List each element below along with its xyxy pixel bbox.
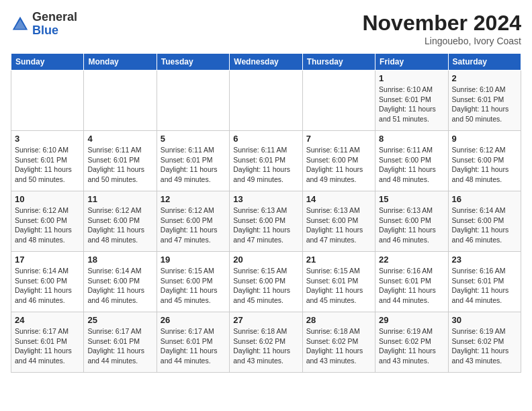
day-number: 19 bbox=[161, 255, 226, 265]
weekday-header-cell: Wednesday bbox=[230, 54, 302, 71]
calendar-week-row: 1Sunrise: 6:10 AM Sunset: 6:01 PM Daylig… bbox=[11, 71, 521, 131]
day-number: 10 bbox=[15, 194, 80, 204]
day-info: Sunrise: 6:12 AM Sunset: 6:00 PM Dayligh… bbox=[87, 205, 152, 245]
day-number: 22 bbox=[379, 255, 444, 265]
day-info: Sunrise: 6:11 AM Sunset: 6:00 PM Dayligh… bbox=[379, 145, 444, 185]
day-info: Sunrise: 6:17 AM Sunset: 6:01 PM Dayligh… bbox=[87, 326, 152, 366]
day-info: Sunrise: 6:10 AM Sunset: 6:01 PM Dayligh… bbox=[15, 145, 80, 185]
calendar-day-cell: 5Sunrise: 6:11 AM Sunset: 6:01 PM Daylig… bbox=[157, 131, 229, 191]
weekday-header-cell: Tuesday bbox=[157, 54, 229, 71]
weekday-header-row: SundayMondayTuesdayWednesdayThursdayFrid… bbox=[11, 54, 521, 71]
day-number: 28 bbox=[306, 315, 371, 325]
day-number: 26 bbox=[161, 315, 226, 325]
day-info: Sunrise: 6:11 AM Sunset: 6:00 PM Dayligh… bbox=[306, 145, 371, 185]
day-info: Sunrise: 6:18 AM Sunset: 6:02 PM Dayligh… bbox=[306, 326, 371, 366]
calendar-week-row: 3Sunrise: 6:10 AM Sunset: 6:01 PM Daylig… bbox=[11, 131, 521, 191]
calendar-week-row: 10Sunrise: 6:12 AM Sunset: 6:00 PM Dayli… bbox=[11, 191, 521, 252]
day-info: Sunrise: 6:19 AM Sunset: 6:02 PM Dayligh… bbox=[452, 326, 517, 366]
day-number: 7 bbox=[306, 134, 371, 144]
calendar-day-cell: 12Sunrise: 6:12 AM Sunset: 6:00 PM Dayli… bbox=[157, 191, 229, 252]
day-info: Sunrise: 6:17 AM Sunset: 6:01 PM Dayligh… bbox=[15, 326, 80, 366]
day-number: 2 bbox=[452, 73, 517, 83]
calendar-day-cell: 3Sunrise: 6:10 AM Sunset: 6:01 PM Daylig… bbox=[11, 131, 84, 191]
day-info: Sunrise: 6:14 AM Sunset: 6:00 PM Dayligh… bbox=[87, 266, 152, 306]
calendar-day-cell: 13Sunrise: 6:13 AM Sunset: 6:00 PM Dayli… bbox=[230, 191, 302, 252]
calendar-day-cell: 21Sunrise: 6:15 AM Sunset: 6:01 PM Dayli… bbox=[302, 252, 375, 312]
day-info: Sunrise: 6:16 AM Sunset: 6:01 PM Dayligh… bbox=[379, 266, 444, 306]
calendar-day-cell: 14Sunrise: 6:13 AM Sunset: 6:00 PM Dayli… bbox=[302, 191, 375, 252]
calendar-day-cell: 30Sunrise: 6:19 AM Sunset: 6:02 PM Dayli… bbox=[448, 312, 521, 373]
day-number: 4 bbox=[87, 134, 152, 144]
day-info: Sunrise: 6:18 AM Sunset: 6:02 PM Dayligh… bbox=[233, 326, 298, 366]
day-number: 5 bbox=[161, 134, 226, 144]
day-info: Sunrise: 6:15 AM Sunset: 6:00 PM Dayligh… bbox=[233, 266, 298, 306]
day-number: 12 bbox=[161, 194, 226, 204]
calendar-day-cell: 25Sunrise: 6:17 AM Sunset: 6:01 PM Dayli… bbox=[84, 312, 157, 373]
logo-blue: Blue bbox=[32, 24, 77, 38]
day-number: 16 bbox=[452, 194, 517, 204]
logo-text: General Blue bbox=[32, 11, 77, 38]
day-info: Sunrise: 6:12 AM Sunset: 6:00 PM Dayligh… bbox=[452, 145, 517, 185]
day-info: Sunrise: 6:14 AM Sunset: 6:00 PM Dayligh… bbox=[15, 266, 80, 306]
day-number: 27 bbox=[233, 315, 298, 325]
calendar-day-cell: 29Sunrise: 6:19 AM Sunset: 6:02 PM Dayli… bbox=[375, 312, 448, 373]
day-number: 14 bbox=[306, 194, 371, 204]
day-info: Sunrise: 6:13 AM Sunset: 6:00 PM Dayligh… bbox=[233, 205, 298, 245]
day-number: 24 bbox=[15, 315, 80, 325]
calendar-day-cell bbox=[157, 71, 229, 131]
calendar-day-cell: 1Sunrise: 6:10 AM Sunset: 6:01 PM Daylig… bbox=[375, 71, 448, 131]
calendar-day-cell: 11Sunrise: 6:12 AM Sunset: 6:00 PM Dayli… bbox=[84, 191, 157, 252]
day-info: Sunrise: 6:12 AM Sunset: 6:00 PM Dayligh… bbox=[161, 205, 226, 245]
calendar-day-cell: 18Sunrise: 6:14 AM Sunset: 6:00 PM Dayli… bbox=[84, 252, 157, 312]
weekday-header-cell: Friday bbox=[375, 54, 448, 71]
day-info: Sunrise: 6:10 AM Sunset: 6:01 PM Dayligh… bbox=[452, 85, 517, 124]
day-info: Sunrise: 6:11 AM Sunset: 6:01 PM Dayligh… bbox=[87, 145, 152, 185]
calendar-day-cell: 15Sunrise: 6:13 AM Sunset: 6:00 PM Dayli… bbox=[375, 191, 448, 252]
calendar-body: 1Sunrise: 6:10 AM Sunset: 6:01 PM Daylig… bbox=[11, 71, 521, 373]
calendar-day-cell: 28Sunrise: 6:18 AM Sunset: 6:02 PM Dayli… bbox=[302, 312, 375, 373]
calendar-day-cell: 19Sunrise: 6:15 AM Sunset: 6:00 PM Dayli… bbox=[157, 252, 229, 312]
day-info: Sunrise: 6:11 AM Sunset: 6:01 PM Dayligh… bbox=[161, 145, 226, 185]
day-number: 8 bbox=[379, 134, 444, 144]
weekday-header-cell: Saturday bbox=[448, 54, 521, 71]
day-number: 15 bbox=[379, 194, 444, 204]
calendar-day-cell: 9Sunrise: 6:12 AM Sunset: 6:00 PM Daylig… bbox=[448, 131, 521, 191]
day-number: 13 bbox=[233, 194, 298, 204]
location-subtitle: Lingouebo, Ivory Coast bbox=[362, 36, 521, 46]
calendar-day-cell: 20Sunrise: 6:15 AM Sunset: 6:00 PM Dayli… bbox=[230, 252, 302, 312]
weekday-header-cell: Thursday bbox=[302, 54, 375, 71]
calendar-day-cell: 23Sunrise: 6:16 AM Sunset: 6:01 PM Dayli… bbox=[448, 252, 521, 312]
day-number: 3 bbox=[15, 134, 80, 144]
day-number: 1 bbox=[379, 73, 444, 83]
calendar-day-cell: 17Sunrise: 6:14 AM Sunset: 6:00 PM Dayli… bbox=[11, 252, 84, 312]
calendar-table: SundayMondayTuesdayWednesdayThursdayFrid… bbox=[11, 53, 521, 373]
calendar-day-cell: 22Sunrise: 6:16 AM Sunset: 6:01 PM Dayli… bbox=[375, 252, 448, 312]
calendar-day-cell: 24Sunrise: 6:17 AM Sunset: 6:01 PM Dayli… bbox=[11, 312, 84, 373]
calendar-day-cell: 16Sunrise: 6:14 AM Sunset: 6:00 PM Dayli… bbox=[448, 191, 521, 252]
title-block: November 2024 Lingouebo, Ivory Coast bbox=[362, 11, 521, 46]
calendar-day-cell: 2Sunrise: 6:10 AM Sunset: 6:01 PM Daylig… bbox=[448, 71, 521, 131]
calendar-day-cell bbox=[302, 71, 375, 131]
day-number: 23 bbox=[452, 255, 517, 265]
day-info: Sunrise: 6:15 AM Sunset: 6:01 PM Dayligh… bbox=[306, 266, 371, 306]
calendar-day-cell bbox=[84, 71, 157, 131]
calendar-day-cell: 10Sunrise: 6:12 AM Sunset: 6:00 PM Dayli… bbox=[11, 191, 84, 252]
page-header: General Blue November 2024 Lingouebo, Iv… bbox=[11, 11, 521, 46]
calendar-day-cell bbox=[230, 71, 302, 131]
calendar-day-cell: 7Sunrise: 6:11 AM Sunset: 6:00 PM Daylig… bbox=[302, 131, 375, 191]
logo-general: General bbox=[32, 11, 77, 24]
day-number: 21 bbox=[306, 255, 371, 265]
day-info: Sunrise: 6:15 AM Sunset: 6:00 PM Dayligh… bbox=[161, 266, 226, 306]
day-number: 11 bbox=[87, 194, 152, 204]
calendar-week-row: 24Sunrise: 6:17 AM Sunset: 6:01 PM Dayli… bbox=[11, 312, 521, 373]
weekday-header-cell: Monday bbox=[84, 54, 157, 71]
day-number: 9 bbox=[452, 134, 517, 144]
day-number: 25 bbox=[87, 315, 152, 325]
calendar-day-cell: 6Sunrise: 6:11 AM Sunset: 6:01 PM Daylig… bbox=[230, 131, 302, 191]
calendar-day-cell: 27Sunrise: 6:18 AM Sunset: 6:02 PM Dayli… bbox=[230, 312, 302, 373]
day-number: 6 bbox=[233, 134, 298, 144]
day-number: 18 bbox=[87, 255, 152, 265]
calendar-day-cell: 26Sunrise: 6:17 AM Sunset: 6:01 PM Dayli… bbox=[157, 312, 229, 373]
day-info: Sunrise: 6:19 AM Sunset: 6:02 PM Dayligh… bbox=[379, 326, 444, 366]
day-info: Sunrise: 6:14 AM Sunset: 6:00 PM Dayligh… bbox=[452, 205, 517, 245]
